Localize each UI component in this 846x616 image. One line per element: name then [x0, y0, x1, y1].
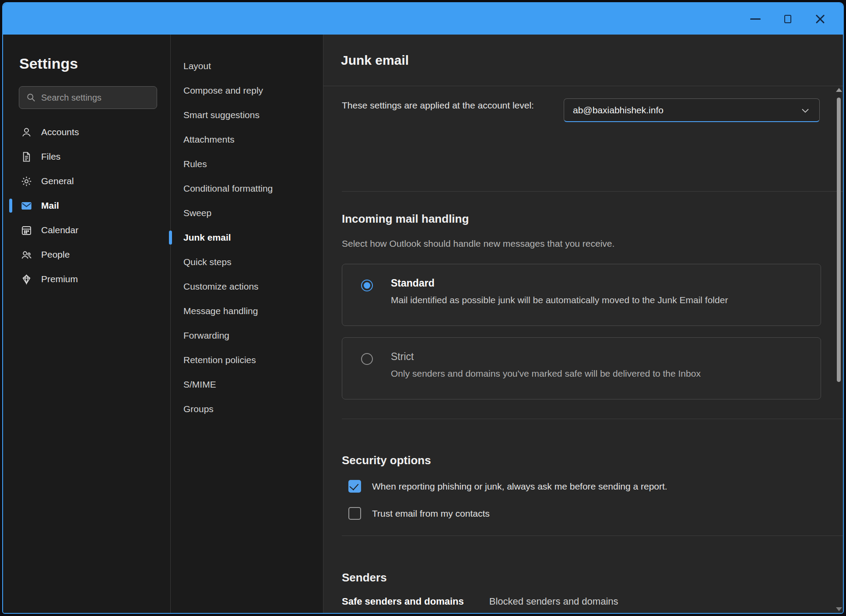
nav-item-conditional-formatting[interactable]: Conditional formatting — [171, 176, 323, 201]
calendar-icon — [21, 224, 32, 236]
chevron-down-icon — [800, 105, 811, 116]
person-icon — [21, 126, 32, 138]
junk-email-panel: Junk email These settings are applied at… — [323, 35, 843, 613]
sidebar-item-label: Mail — [41, 200, 59, 211]
nav-item-retention-policies[interactable]: Retention policies — [171, 348, 323, 372]
account-row-label: These settings are applied at the accoun… — [342, 98, 539, 122]
nav-item-label: Sweep — [183, 208, 211, 218]
nav-item-label: Forwarding — [183, 330, 229, 341]
search-icon — [26, 93, 36, 102]
page-title: Junk email — [341, 53, 409, 68]
close-icon — [815, 14, 825, 24]
minimize-button[interactable] — [745, 8, 766, 29]
settings-search-box[interactable] — [19, 86, 157, 109]
nav-item-label: Customize actions — [183, 281, 259, 292]
nav-item-groups[interactable]: Groups — [171, 397, 323, 421]
checkbox-label: When reporting phishing or junk, always … — [372, 481, 667, 492]
nav-item-rules[interactable]: Rules — [171, 152, 323, 176]
checkbox-label: Trust email from my contacts — [372, 508, 490, 519]
option-standard-label: Standard — [391, 277, 728, 289]
nav-item-label: Smart suggestions — [183, 110, 260, 120]
sidebar-item-people[interactable]: People — [3, 242, 170, 267]
nav-item-label: Message handling — [183, 306, 258, 316]
sidebar-item-accounts[interactable]: Accounts — [3, 120, 170, 144]
nav-item-message-handling[interactable]: Message handling — [171, 299, 323, 323]
checkbox-row-trust-contacts[interactable]: Trust email from my contacts — [348, 507, 490, 520]
nav-item-compose-and-reply[interactable]: Compose and reply — [171, 78, 323, 103]
radio-standard[interactable] — [361, 280, 373, 291]
scroll-up-icon[interactable] — [836, 88, 842, 92]
people-icon — [21, 249, 32, 261]
sidebar-item-files[interactable]: Files — [3, 144, 170, 169]
option-standard-description: Mail identified as possible junk will be… — [391, 295, 728, 305]
settings-search-input[interactable] — [41, 93, 142, 103]
sidebar-item-mail[interactable]: Mail — [3, 193, 170, 218]
incoming-mail-subtext: Select how Outlook should handle new mes… — [342, 238, 614, 249]
nav-item-label: Rules — [183, 159, 207, 169]
close-button[interactable] — [810, 8, 831, 29]
tab-safe-senders[interactable]: Safe senders and domains — [342, 596, 464, 613]
section-divider — [342, 419, 843, 419]
settings-page-title: Settings — [3, 53, 170, 74]
checkbox-row-report-confirm[interactable]: When reporting phishing or junk, always … — [348, 480, 667, 493]
maximize-icon — [784, 15, 791, 23]
titlebar — [3, 3, 843, 35]
sidebar-item-general[interactable]: General — [3, 169, 170, 193]
checkbox-checked-icon[interactable] — [348, 480, 361, 493]
settings-sidebar: Settings Accounts — [3, 35, 170, 613]
sidebar-item-premium[interactable]: Premium — [3, 267, 170, 291]
account-dropdown[interactable]: ab@baxiabhishek.info — [564, 98, 820, 122]
nav-item-label: Conditional formatting — [183, 183, 273, 194]
section-divider — [342, 536, 843, 536]
sidebar-item-label: Files — [41, 151, 60, 162]
nav-item-label: Groups — [183, 404, 214, 414]
sidebar-item-label: Calendar — [41, 225, 78, 235]
scroll-down-icon[interactable] — [836, 607, 842, 611]
radio-strict[interactable] — [361, 353, 373, 365]
diamond-icon — [21, 273, 32, 285]
nav-item-quick-steps[interactable]: Quick steps — [171, 250, 323, 274]
nav-item-customize-actions[interactable]: Customize actions — [171, 274, 323, 299]
panel-header: Junk email — [323, 35, 843, 86]
mail-settings-nav: Layout Compose and reply Smart suggestio… — [170, 35, 323, 613]
nav-item-sweep[interactable]: Sweep — [171, 201, 323, 225]
panel-content: These settings are applied at the accoun… — [323, 86, 843, 613]
mail-icon — [21, 200, 32, 212]
senders-heading: Senders — [342, 571, 387, 584]
minimize-icon — [750, 18, 761, 20]
scrollbar-thumb[interactable] — [837, 98, 841, 382]
settings-window: Settings Accounts — [2, 2, 844, 614]
nav-item-label: Layout — [183, 61, 211, 71]
account-dropdown-value: ab@baxiabhishek.info — [573, 105, 663, 116]
sidebar-item-label: People — [41, 249, 70, 260]
nav-item-label: Retention policies — [183, 355, 256, 365]
sidebar-item-calendar[interactable]: Calendar — [3, 218, 170, 242]
nav-item-junk-email[interactable]: Junk email — [171, 225, 323, 250]
vertical-scrollbar[interactable] — [835, 88, 842, 611]
account-row: These settings are applied at the accoun… — [342, 98, 820, 122]
checkbox-unchecked-icon[interactable] — [348, 507, 361, 520]
security-options-heading: Security options — [342, 454, 431, 467]
app-body: Settings Accounts — [3, 35, 843, 613]
settings-category-nav: Accounts Files General — [3, 120, 170, 291]
option-strict-description: Only senders and domains you've marked s… — [391, 368, 701, 379]
nav-item-smime[interactable]: S/MIME — [171, 372, 323, 397]
nav-item-smart-suggestions[interactable]: Smart suggestions — [171, 103, 323, 127]
maximize-button[interactable] — [777, 8, 798, 29]
selection-indicator — [9, 199, 12, 213]
nav-item-label: Junk email — [183, 232, 231, 243]
nav-item-label: Compose and reply — [183, 85, 263, 96]
nav-item-layout[interactable]: Layout — [171, 54, 323, 78]
option-standard[interactable]: Standard Mail identified as possible jun… — [342, 264, 821, 326]
tab-blocked-senders[interactable]: Blocked senders and domains — [489, 596, 618, 613]
sidebar-item-label: Accounts — [41, 127, 79, 137]
nav-item-forwarding[interactable]: Forwarding — [171, 323, 323, 348]
option-strict[interactable]: Strict Only senders and domains you've m… — [342, 337, 821, 399]
document-icon — [21, 151, 32, 163]
option-text: Standard Mail identified as possible jun… — [391, 277, 728, 305]
option-text: Strict Only senders and domains you've m… — [391, 351, 701, 379]
gear-icon — [21, 175, 32, 187]
nav-item-attachments[interactable]: Attachments — [171, 127, 323, 152]
senders-tabs: Safe senders and domains Blocked senders… — [342, 596, 618, 613]
nav-item-label: Quick steps — [183, 257, 232, 267]
